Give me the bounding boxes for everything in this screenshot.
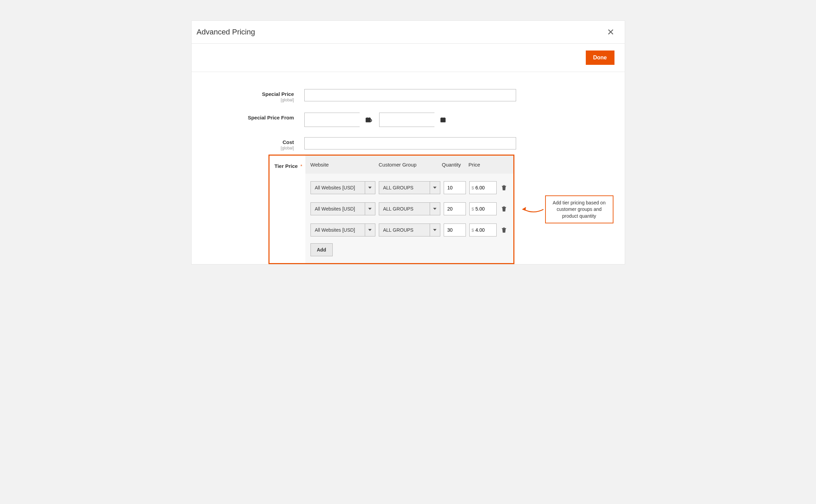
price-input[interactable] [475,185,494,190]
svg-rect-11 [442,117,442,119]
tier-price-table-header: Website Customer Group Quantity Price [305,156,513,174]
th-quantity: Quantity [442,162,469,168]
price-input[interactable] [475,227,494,233]
special-price-scope: [global] [209,98,294,102]
advanced-pricing-modal: Advanced Pricing ✕ Done Special Price [g… [191,20,625,264]
trash-icon[interactable] [500,185,508,191]
currency-symbol: $ [472,206,474,212]
svg-marker-19 [433,187,437,189]
svg-marker-23 [433,229,437,231]
close-icon[interactable]: ✕ [607,28,614,37]
tier-price-row: All Websites [USD]ALL GROUPS$ [310,198,508,219]
quantity-input[interactable] [444,181,466,194]
tier-price-rows: All Websites [USD]ALL GROUPS$All Website… [305,174,513,263]
svg-marker-18 [368,187,372,189]
tier-price-row: All Websites [USD]ALL GROUPS$ [310,177,508,198]
date-from-input[interactable] [305,113,365,127]
action-bar: Done [192,44,625,72]
price-field: $ [469,202,497,215]
modal-header: Advanced Pricing ✕ [192,21,625,44]
form-body: Special Price [global] $ Special Price F… [192,72,625,264]
date-to-input[interactable] [379,113,440,127]
trash-icon[interactable] [500,227,508,233]
chevron-down-icon [365,203,375,215]
price-field: $ [469,181,497,194]
customer-group-select[interactable]: ALL GROUPS [379,202,440,215]
currency-symbol: $ [472,185,474,190]
required-indicator: * [301,163,302,169]
th-price: Price [469,162,508,168]
svg-marker-22 [368,229,372,231]
svg-marker-20 [368,208,372,210]
svg-rect-12 [444,117,444,119]
annotation-text: Add tier pricing based on customer group… [545,195,613,224]
svg-marker-21 [433,208,437,210]
price-field: $ [469,224,497,236]
arrow-icon [521,203,545,216]
svg-rect-16 [443,121,443,121]
website-select[interactable]: All Websites [USD] [310,224,375,236]
special-price-row: Special Price [global] $ [209,89,608,102]
website-select-value: All Websites [USD] [311,224,365,236]
tier-price-highlight-box: Tier Price * Website Customer Group Quan… [268,155,514,264]
special-price-label: Special Price [262,91,294,97]
tier-price-section: Tier Price * Website Customer Group Quan… [209,155,608,264]
cost-row: Cost [global] $ [209,137,608,150]
website-select[interactable]: All Websites [USD] [310,202,375,215]
special-price-input[interactable] [304,89,516,101]
website-select[interactable]: All Websites [USD] [310,181,375,194]
special-price-from-row: Special Price From To [209,113,608,127]
svg-rect-14 [443,120,443,120]
chevron-down-icon [430,224,440,236]
cost-scope: [global] [209,146,294,150]
price-input[interactable] [475,206,494,212]
svg-rect-17 [444,120,445,120]
date-to-field[interactable] [379,113,434,127]
th-customer-group: Customer Group [379,162,442,168]
website-select-value: All Websites [USD] [311,182,365,194]
special-price-from-label: Special Price From [248,115,294,120]
customer-group-select-value: ALL GROUPS [379,203,430,215]
currency-symbol: $ [472,228,474,233]
chevron-down-icon [365,182,375,194]
customer-group-select[interactable]: ALL GROUPS [379,181,440,194]
svg-rect-13 [441,120,442,120]
quantity-input[interactable] [444,224,466,236]
chevron-down-icon [430,203,440,215]
customer-group-select-value: ALL GROUPS [379,224,430,236]
tier-price-label: Tier Price [275,163,298,169]
th-website: Website [310,162,379,168]
customer-group-select-value: ALL GROUPS [379,182,430,194]
to-label: To [366,117,372,123]
cost-input[interactable] [304,137,516,149]
trash-icon[interactable] [500,206,508,212]
svg-marker-24 [522,207,526,211]
cost-label: Cost [282,139,294,145]
customer-group-select[interactable]: ALL GROUPS [379,224,440,236]
chevron-down-icon [430,182,440,194]
svg-rect-15 [441,121,442,121]
add-tier-button[interactable]: Add [310,243,333,256]
date-from-field[interactable] [304,113,360,127]
annotation-callout: Add tier pricing based on customer group… [521,195,613,224]
calendar-icon[interactable] [440,117,446,123]
website-select-value: All Websites [USD] [311,203,365,215]
tier-price-row: All Websites [USD]ALL GROUPS$ [310,219,508,241]
chevron-down-icon [365,224,375,236]
modal-title: Advanced Pricing [197,28,255,37]
svg-rect-10 [441,118,445,119]
done-button[interactable]: Done [586,51,614,65]
quantity-input[interactable] [444,202,466,215]
